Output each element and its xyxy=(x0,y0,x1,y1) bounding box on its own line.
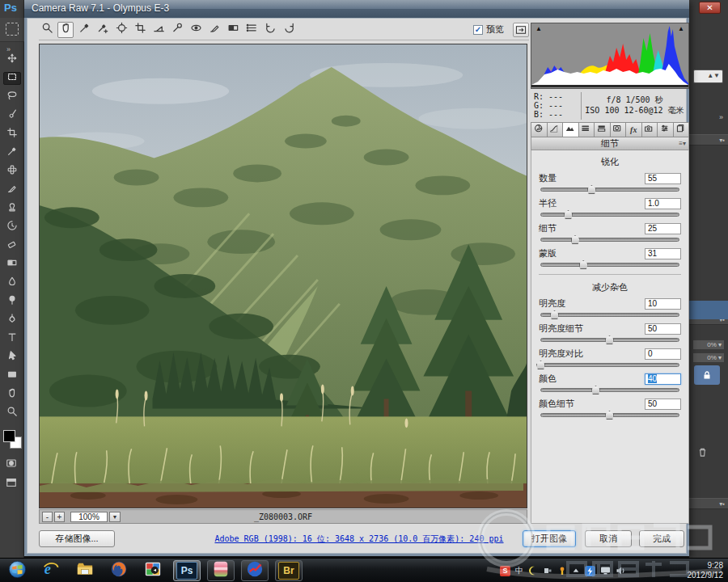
layer-opacity-fragment[interactable]: 0% ▾ xyxy=(692,340,725,350)
slider-color-detail-thumb[interactable] xyxy=(605,411,614,420)
tool-color-sampler[interactable] xyxy=(95,22,111,38)
slider-color-thumb[interactable] xyxy=(591,386,600,394)
tab-snapshots[interactable] xyxy=(674,122,690,137)
slider-detail-value[interactable]: 25 xyxy=(645,223,681,234)
slider-color-detail-track[interactable] xyxy=(540,413,679,417)
ps-tool-brush[interactable] xyxy=(3,183,21,196)
taskbar-start[interactable] xyxy=(3,560,31,581)
tool-targeted-adjustment[interactable] xyxy=(113,22,129,38)
slider-radius-value[interactable]: 1.0 xyxy=(645,198,681,209)
tray-ime[interactable]: 中 xyxy=(515,565,523,576)
ps-tool-history-brush[interactable] xyxy=(3,221,21,234)
ps-tool-quick-select[interactable] xyxy=(3,109,21,122)
panel-stepper[interactable]: ▲▼ xyxy=(693,70,723,83)
ps-tool-path-select[interactable] xyxy=(3,351,21,364)
slider-amount-value[interactable]: 55 xyxy=(645,173,681,184)
ps-tool-eyedropper[interactable] xyxy=(3,146,21,159)
tab-effects[interactable]: fx xyxy=(626,122,642,137)
taskbar-media-viewer[interactable] xyxy=(139,560,167,581)
tab-tone-curve[interactable] xyxy=(548,122,564,137)
slider-masking-track[interactable] xyxy=(540,263,679,267)
preview-checkbox[interactable]: ✓ xyxy=(473,25,483,35)
tool-preferences-list[interactable] xyxy=(243,22,260,38)
tab-lens-corrections[interactable] xyxy=(611,122,627,137)
ps-tool-eraser[interactable] xyxy=(3,239,21,252)
slider-masking-value[interactable]: 31 xyxy=(645,248,681,259)
slider-detail-track[interactable] xyxy=(540,238,679,242)
tab-detail[interactable] xyxy=(563,122,579,137)
taskbar-explorer[interactable] xyxy=(71,560,99,581)
slider-detail-thumb[interactable] xyxy=(571,235,580,244)
ps-tool-lasso[interactable] xyxy=(3,91,21,103)
highlight-clipping-icon[interactable]: ▲ xyxy=(676,25,686,32)
lock-layer-button[interactable] xyxy=(694,365,720,385)
workflow-options-link[interactable]: Adobe RGB (1998): 16 位: 3648 x 2736 (10.… xyxy=(201,534,517,545)
ps-tool-move[interactable] xyxy=(3,53,21,66)
toggle-fullscreen-icon[interactable] xyxy=(513,23,529,37)
taskbar-internet-explorer[interactable]: e xyxy=(37,560,65,581)
cancel-button[interactable]: 取消 xyxy=(585,530,632,547)
open-image-button[interactable]: 打开图像 xyxy=(523,530,576,547)
slider-luminance-detail-value[interactable]: 50 xyxy=(645,323,681,335)
tray-usb[interactable] xyxy=(543,566,552,576)
slider-luminance-detail-track[interactable] xyxy=(540,338,679,342)
ps-tool-heal[interactable] xyxy=(3,165,21,178)
tool-preset-icon[interactable] xyxy=(6,23,19,36)
slider-color-value[interactable]: 40 xyxy=(645,373,681,385)
slider-masking-thumb[interactable] xyxy=(579,260,588,269)
done-button[interactable]: 完成 xyxy=(639,530,684,547)
panel-menu-icon[interactable]: ≡▾ xyxy=(679,140,686,147)
tool-straighten[interactable] xyxy=(150,22,167,38)
dialog-titlebar[interactable]: Camera Raw 7.1 - Olympus E-3 xyxy=(24,0,689,18)
tool-rotate-right[interactable] xyxy=(281,22,297,38)
panel-menu-chip[interactable]: ▾▪ xyxy=(689,498,728,509)
tool-graduated-filter[interactable] xyxy=(225,22,241,38)
tab-presets[interactable] xyxy=(658,122,674,137)
tray-network[interactable] xyxy=(600,566,611,576)
tray-volume[interactable] xyxy=(616,566,626,576)
color-swatches[interactable] xyxy=(3,430,23,451)
panel-menu-chip[interactable]: ▾▪ xyxy=(689,134,728,146)
tab-basic[interactable] xyxy=(531,122,548,137)
tool-rotate-left[interactable] xyxy=(262,22,278,38)
ps-tool-blur[interactable] xyxy=(3,276,21,289)
slider-amount-thumb[interactable] xyxy=(587,185,596,194)
ps-tool-type[interactable] xyxy=(3,332,21,345)
histogram[interactable]: ▲ ▲ xyxy=(531,23,689,89)
selected-layer-row[interactable] xyxy=(689,301,728,319)
taskbar-firefox[interactable] xyxy=(105,560,133,581)
screen-mode-icon[interactable] xyxy=(5,477,18,491)
ps-tool-gradient[interactable] xyxy=(3,258,21,271)
slider-luminance-track[interactable] xyxy=(540,313,679,317)
ps-tool-marquee[interactable] xyxy=(3,72,21,85)
tool-red-eye[interactable] xyxy=(188,22,204,38)
ps-tool-stamp[interactable] xyxy=(3,202,21,215)
slider-luminance-contrast-track[interactable] xyxy=(540,363,679,367)
close-window-button[interactable]: ✕ xyxy=(699,2,721,14)
slider-amount-track[interactable] xyxy=(540,188,679,192)
slider-luminance-value[interactable]: 10 xyxy=(645,298,681,310)
collapse-panels-icon[interactable]: » xyxy=(719,113,723,121)
ps-tool-hand[interactable] xyxy=(3,388,21,401)
slider-luminance-contrast-value[interactable]: 0 xyxy=(645,348,681,360)
layer-fill-fragment[interactable]: 0% ▾ xyxy=(692,352,725,363)
ps-tool-zoom[interactable] xyxy=(3,407,21,420)
slider-luminance-detail-thumb[interactable] xyxy=(605,335,614,344)
tab-camera-calibration[interactable] xyxy=(642,122,658,137)
delete-layer-icon[interactable] xyxy=(697,446,708,461)
slider-color-detail-value[interactable]: 50 xyxy=(645,399,681,410)
tool-spot-removal[interactable] xyxy=(169,22,185,38)
slider-color-track[interactable] xyxy=(540,388,679,392)
taskbar-photo-app[interactable] xyxy=(207,560,235,581)
tool-adjustment-brush[interactable] xyxy=(206,22,222,38)
preview-toggle[interactable]: ✓ 预览 xyxy=(473,23,504,36)
save-image-button[interactable]: 存储图像... xyxy=(39,530,115,547)
tool-zoom[interactable] xyxy=(39,22,55,38)
tab-hsl-grayscale[interactable] xyxy=(579,122,595,137)
image-canvas[interactable] xyxy=(39,44,527,508)
taskbar-photoshop[interactable]: Ps xyxy=(173,560,201,581)
tool-crop[interactable] xyxy=(132,22,148,38)
slider-luminance-thumb[interactable] xyxy=(550,310,559,319)
tool-hand[interactable] xyxy=(57,22,74,38)
slider-luminance-contrast-thumb[interactable] xyxy=(536,361,545,369)
